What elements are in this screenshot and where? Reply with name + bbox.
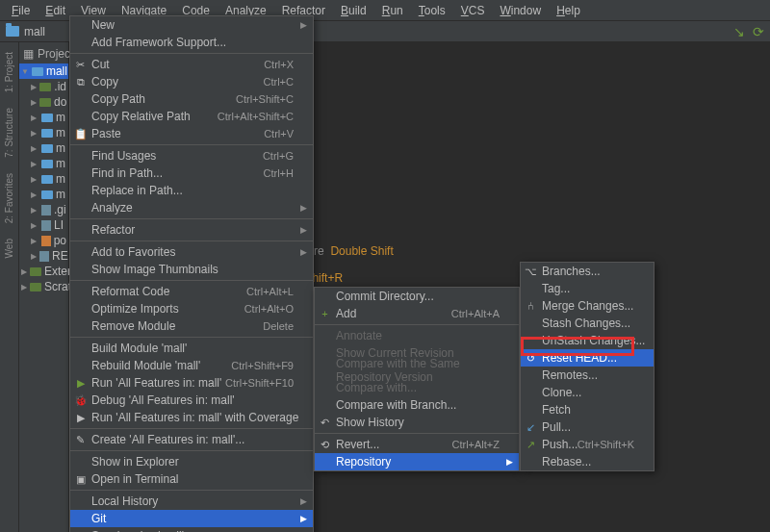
menu-item[interactable]: ⟲Revert...Ctrl+Alt+Z — [315, 436, 519, 453]
menu-item[interactable]: Add to Favorites▶ — [70, 243, 313, 261]
menu-label: Fetch — [542, 403, 571, 417]
folder-blue-icon — [41, 129, 53, 138]
menu-item[interactable]: UnStash Changes... — [521, 332, 654, 349]
tree-row[interactable]: ▶.id — [19, 79, 68, 94]
menu-label: Run 'All Features in: mall' with Coverag… — [91, 411, 298, 424]
tree-row[interactable]: ▶m — [19, 187, 68, 202]
menu-label: Rebase... — [542, 455, 591, 469]
menu-item[interactable]: Compare with Branch... — [315, 396, 519, 414]
tree-row[interactable]: ▶RE — [19, 248, 68, 264]
menu-help[interactable]: Help — [549, 2, 588, 19]
tree-row[interactable]: ▶m — [19, 125, 68, 140]
menu-vcs[interactable]: VCS — [453, 2, 493, 19]
tree-label: m — [56, 188, 65, 201]
menu-build[interactable]: Build — [333, 2, 374, 19]
menu-item[interactable]: ▣Open in Terminal — [70, 470, 313, 488]
menu-item[interactable]: Show in Explorer — [70, 453, 313, 470]
shortcut: Ctrl+Alt+Z — [451, 439, 500, 450]
context-menu-git[interactable]: Commit Directory...+AddCtrl+Alt+AAnnotat… — [314, 287, 520, 471]
menu-run[interactable]: Run — [374, 2, 411, 19]
menu-item[interactable]: ✎Create 'All Features in: mall'... — [70, 431, 313, 448]
shortcut: Ctrl+G — [263, 150, 294, 162]
tree-row[interactable]: ▶m — [19, 140, 68, 156]
menu-item[interactable]: ↶Show History — [315, 414, 519, 431]
menu-item[interactable]: ↻Synchronize 'mall' — [70, 527, 313, 532]
menu-item[interactable]: ⧉CopyCtrl+C — [70, 73, 313, 90]
menu-item[interactable]: New▶ — [70, 16, 313, 34]
menu-item[interactable]: Git▶ — [70, 510, 313, 527]
tree-row[interactable]: ▶Exter — [19, 264, 68, 279]
menu-item[interactable]: Tag... — [521, 280, 654, 297]
menu-item[interactable]: Commit Directory... — [315, 288, 519, 305]
menu-icon: ⑃ — [525, 300, 537, 312]
sidebar-title[interactable]: ▦ Project — [19, 44, 68, 63]
menu-edit[interactable]: Edit — [38, 2, 73, 19]
menu-item[interactable]: Find UsagesCtrl+G — [70, 147, 313, 165]
menu-label: Paste — [91, 127, 121, 140]
menu-item[interactable]: ↺Reset HEAD... — [521, 349, 654, 367]
menu-label: New — [91, 18, 115, 32]
context-menu-main[interactable]: New▶Add Framework Support...✂CutCtrl+X⧉C… — [69, 15, 314, 532]
menu-label: Compare with Branch... — [336, 398, 456, 412]
menu-item[interactable]: 🐞Debug 'All Features in: mall' — [70, 392, 313, 409]
menu-label: Reformat Code — [91, 285, 169, 298]
menu-label: UnStash Changes... — [542, 334, 645, 347]
breadcrumb-item[interactable]: mall — [24, 25, 45, 38]
menu-item[interactable]: Analyze▶ — [70, 199, 313, 216]
tree-row[interactable]: ▶m — [19, 110, 68, 125]
tool-tab[interactable]: 7: Structure — [2, 102, 16, 164]
menu-item[interactable]: Optimize ImportsCtrl+Alt+O — [70, 300, 313, 317]
menu-item[interactable]: +AddCtrl+Alt+A — [315, 305, 519, 322]
menu-item[interactable]: ↗Push...Ctrl+Shift+K — [521, 436, 654, 453]
menu-item[interactable]: Repository▶ — [315, 453, 519, 470]
menu-item[interactable]: ▶Run 'All Features in: mall' with Covera… — [70, 409, 313, 426]
tool-tab[interactable]: 2: Favorites — [2, 167, 16, 229]
menu-item[interactable]: ↙Pull... — [521, 418, 654, 436]
menu-item[interactable]: ▶Run 'All Features in: mall'Ctrl+Shift+F… — [70, 374, 313, 392]
menu-item[interactable]: ⑃Merge Changes... — [521, 297, 654, 315]
build-icon[interactable]: ↘ — [733, 24, 745, 39]
tree-label: RE — [52, 249, 68, 263]
tree-row[interactable]: ▶po — [19, 233, 68, 248]
menu-label: Find Usages — [91, 149, 156, 163]
submenu-arrow-icon: ▶ — [300, 225, 307, 235]
menu-item[interactable]: Build Module 'mall' — [70, 340, 313, 357]
tree-row[interactable]: ▶m — [19, 171, 68, 187]
menu-item[interactable]: 📋PasteCtrl+V — [70, 125, 313, 142]
menu-item[interactable]: Rebase... — [521, 453, 654, 470]
shortcut: Ctrl+Alt+Shift+C — [218, 111, 294, 122]
menu-item[interactable]: Rebuild Module 'mall'Ctrl+Shift+F9 — [70, 357, 313, 374]
tool-tab[interactable]: 1: Project — [2, 46, 16, 98]
menu-item[interactable]: Fetch — [521, 401, 654, 418]
menu-item[interactable]: Refactor▶ — [70, 221, 313, 239]
menu-item[interactable]: Add Framework Support... — [70, 34, 313, 51]
context-menu-repository[interactable]: ⌥Branches...Tag...⑃Merge Changes...Stash… — [520, 262, 654, 471]
tool-tab[interactable]: Web — [2, 233, 16, 264]
menu-item[interactable]: Remove ModuleDelete — [70, 317, 313, 335]
menu-item[interactable]: Copy PathCtrl+Shift+C — [70, 90, 313, 108]
shortcut: Ctrl+Shift+K — [578, 439, 634, 450]
menu-item[interactable]: Copy Relative PathCtrl+Alt+Shift+C — [70, 108, 313, 125]
tree-label: .id — [54, 80, 66, 93]
menu-item[interactable]: Find in Path...Ctrl+H — [70, 165, 313, 182]
menu-item[interactable]: ⌥Branches... — [521, 263, 654, 280]
run-icon[interactable]: ⟳ — [753, 24, 764, 39]
menu-item[interactable]: Reformat CodeCtrl+Alt+L — [70, 283, 313, 300]
tree-row[interactable]: ▶LI — [19, 217, 68, 233]
tree-row[interactable]: ▶Scrat — [19, 279, 68, 294]
tree-row[interactable]: ▶do — [19, 94, 68, 110]
tree-row[interactable]: ▶.gi — [19, 202, 68, 217]
menu-item[interactable]: Remotes... — [521, 367, 654, 384]
tree-row[interactable]: ▼mall — [19, 63, 68, 79]
menu-label: Analyze — [91, 201, 133, 215]
menu-item[interactable]: Show Image Thumbnails — [70, 261, 313, 278]
menu-window[interactable]: Window — [492, 2, 549, 19]
menu-file[interactable]: File — [4, 2, 38, 19]
tree-row[interactable]: ▶m — [19, 156, 68, 171]
menu-item[interactable]: Stash Changes... — [521, 315, 654, 332]
menu-item[interactable]: Clone... — [521, 384, 654, 401]
menu-item[interactable]: Replace in Path... — [70, 182, 313, 199]
menu-tools[interactable]: Tools — [411, 2, 453, 19]
menu-item[interactable]: ✂CutCtrl+X — [70, 56, 313, 73]
menu-item[interactable]: Local History▶ — [70, 493, 313, 510]
